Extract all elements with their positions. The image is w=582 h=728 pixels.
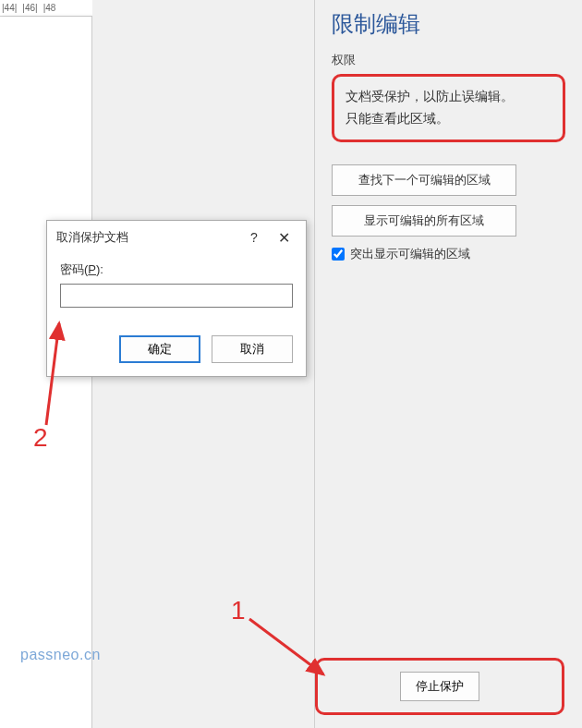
watermark-text: passneo.cn [20,647,101,663]
highlight-regions-label: 突出显示可编辑的区域 [350,246,470,262]
info-text-line: 文档受保护，以防止误编辑。 [346,86,552,108]
find-next-region-button[interactable]: 查找下一个可编辑的区域 [332,164,516,196]
permissions-label: 权限 [332,52,565,68]
highlight-regions-checkbox[interactable] [332,248,345,261]
protection-info-box: 文档受保护，以防止误编辑。 只能查看此区域。 [332,74,565,142]
password-input[interactable] [60,284,293,308]
dialog-title-text: 取消保护文档 [56,229,128,246]
ok-button[interactable]: 确定 [119,335,200,363]
password-label: 密码(P): [60,261,293,278]
help-icon[interactable]: ? [239,226,269,249]
stop-protection-highlight: 停止保护 [315,658,564,715]
info-text-line: 只能查看此区域。 [346,108,552,130]
unprotect-document-dialog: 取消保护文档 ? ✕ 密码(P): 确定 取消 [46,220,307,377]
cancel-button[interactable]: 取消 [212,335,293,363]
panel-title: 限制编辑 [332,9,565,39]
highlight-regions-checkbox-row[interactable]: 突出显示可编辑的区域 [332,246,565,262]
ruler: |44| |46| |48 [0,0,102,17]
dialog-body: 密码(P): 确定 取消 [47,254,306,376]
stop-protection-button[interactable]: 停止保护 [400,672,479,701]
dialog-titlebar[interactable]: 取消保护文档 ? ✕ [47,221,306,254]
restrict-editing-panel: 限制编辑 权限 文档受保护，以防止误编辑。 只能查看此区域。 查找下一个可编辑的… [314,0,582,728]
ruler-mark: |46| [22,3,37,13]
ruler-mark: |44| [2,3,17,13]
close-icon[interactable]: ✕ [269,226,298,249]
ruler-mark: |48 [43,3,56,13]
show-all-regions-button[interactable]: 显示可编辑的所有区域 [332,205,516,237]
